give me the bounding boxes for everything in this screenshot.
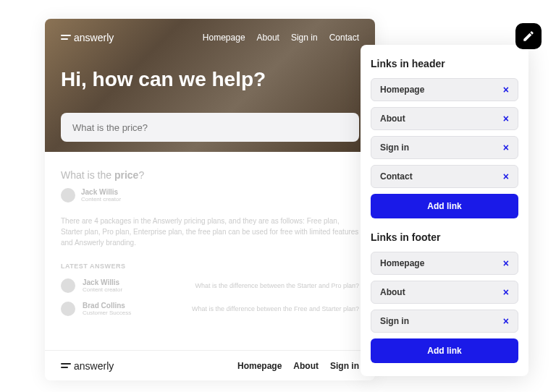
footer-brand: answerly (61, 360, 114, 372)
header-link-item[interactable]: Contact× (371, 165, 518, 188)
nav-about[interactable]: About (257, 33, 279, 43)
remove-link-icon[interactable]: × (503, 316, 509, 326)
author-role: Content creator (81, 196, 121, 203)
question-title: What is the price? (61, 169, 359, 181)
remove-link-icon[interactable]: × (503, 142, 509, 153)
list-item: Brad Collins Customer Success What is th… (61, 302, 359, 316)
links-editor-panel: Links in header Homepage×About×Sign in×C… (361, 45, 528, 376)
footer-link-item[interactable]: Sign in× (371, 310, 518, 333)
header-links-section: Links in header Homepage×About×Sign in×C… (371, 58, 518, 231)
add-header-link-button[interactable]: Add link (371, 194, 518, 218)
hero: answerly Homepage About Sign in Contact … (45, 19, 375, 152)
footer-links-title: Links in footer (371, 231, 518, 243)
avatar (61, 188, 75, 203)
avatar (61, 302, 75, 316)
search-input[interactable] (72, 122, 348, 133)
brand-icon (61, 362, 71, 370)
link-label: Sign in (380, 142, 409, 153)
latest-answers-label: LATEST ANSWERS (61, 263, 359, 270)
remove-link-icon[interactable]: × (503, 114, 509, 124)
author-name: Jack Willis (81, 188, 121, 196)
nav-signin[interactable]: Sign in (291, 33, 318, 43)
link-label: Homepage (380, 85, 424, 95)
remove-link-icon[interactable]: × (503, 258, 509, 268)
remove-link-icon[interactable]: × (503, 171, 509, 182)
footer: answerly Homepage About Sign in (45, 350, 375, 380)
nav-contact[interactable]: Contact (329, 33, 359, 43)
footer-nav-signin[interactable]: Sign in (330, 361, 359, 371)
footer-link-item[interactable]: About× (371, 281, 518, 304)
header-links-title: Links in header (371, 58, 518, 69)
hero-title: Hi, how can we help? (61, 68, 359, 91)
brand-text: answerly (74, 32, 114, 43)
link-label: Contact (380, 171, 413, 182)
edit-button[interactable] (515, 23, 542, 49)
search-bar[interactable] (61, 113, 359, 142)
footer-nav-homepage[interactable]: Homepage (237, 361, 282, 371)
brand-icon (61, 34, 71, 41)
header-link-item[interactable]: Homepage× (371, 78, 518, 101)
link-label: About (380, 287, 405, 297)
remove-link-icon[interactable]: × (503, 85, 509, 95)
answer-text: There are 4 packages in the Answerly pri… (61, 216, 359, 248)
link-label: Homepage (380, 258, 424, 268)
list-item: Jack Willis Content creator What is the … (61, 278, 359, 293)
footer-nav-about[interactable]: About (293, 361, 319, 371)
header-nav: Homepage About Sign in Contact (203, 33, 359, 43)
author-row: Jack Willis Content creator (61, 188, 359, 203)
nav-homepage[interactable]: Homepage (203, 33, 245, 43)
header-link-item[interactable]: Sign in× (371, 136, 518, 159)
header-link-item[interactable]: About× (371, 107, 518, 130)
add-footer-link-button[interactable]: Add link (371, 338, 518, 363)
remove-link-icon[interactable]: × (503, 287, 509, 297)
link-label: Sign in (380, 316, 409, 326)
brand-logo: answerly (61, 32, 114, 43)
link-label: About (380, 114, 405, 124)
content-area: What is the price? Jack Willis Content c… (45, 152, 375, 342)
site-preview: answerly Homepage About Sign in Contact … (45, 19, 375, 380)
avatar (61, 278, 75, 293)
footer-link-item[interactable]: Homepage× (371, 252, 518, 275)
footer-nav: Homepage About Sign in (237, 361, 359, 371)
footer-links-section: Links in footer Homepage×About×Sign in× … (371, 231, 518, 363)
pencil-icon (522, 30, 535, 43)
